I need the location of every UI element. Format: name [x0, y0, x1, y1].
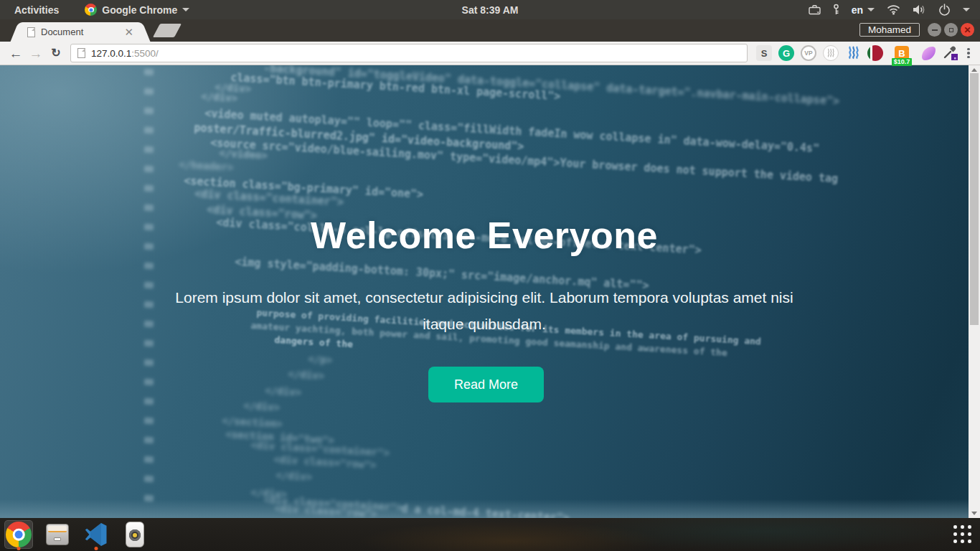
app-menu[interactable]: Google Chrome	[85, 4, 189, 16]
brush-extension-icon[interactable]	[920, 45, 936, 61]
page-icon	[77, 48, 85, 58]
app-menu-label: Google Chrome	[102, 4, 177, 16]
steem-extension-icon[interactable]	[845, 45, 861, 61]
page-scrollbar[interactable]	[969, 65, 980, 518]
system-top-bar: Activities Google Chrome Sat 8:39 AM en	[0, 0, 980, 19]
waves-extension-icon[interactable]	[823, 45, 839, 61]
keyboard-layout-label: en	[852, 4, 863, 16]
camera-app-icon	[126, 522, 144, 547]
dock-item-vs-code[interactable]	[82, 520, 110, 549]
back-button[interactable]: ←	[6, 47, 26, 60]
power-icon[interactable]	[938, 4, 951, 16]
new-tab-button[interactable]	[153, 24, 182, 37]
grammarly-extension-icon[interactable]: G	[778, 45, 794, 61]
dock-item-file-manager[interactable]	[43, 520, 72, 549]
extensions-row: S G VP B $10.7	[756, 40, 958, 66]
bitcoin-ticker-extension[interactable]: B $10.7	[890, 46, 914, 66]
page-heading: Welcome Everyone	[0, 214, 969, 257]
s-extension-icon[interactable]: S	[756, 45, 772, 61]
window-controls: ✕	[928, 23, 974, 37]
vs-code-icon	[84, 522, 108, 547]
url-port-path: :5500/	[131, 48, 159, 59]
tab-document[interactable]: Document ✕	[20, 22, 141, 42]
chevron-down-icon[interactable]	[963, 8, 970, 11]
browser-toolbar: ← → ↻ 127.0.0.1:5500/ S G VP B $10.7	[0, 42, 980, 65]
vp-extension-icon[interactable]: VP	[801, 45, 816, 61]
show-applications-button[interactable]	[953, 525, 971, 543]
chrome-icon	[85, 4, 97, 16]
tab-close-icon[interactable]: ✕	[123, 25, 135, 39]
key-icon[interactable]	[833, 4, 839, 16]
dock-item-camera-app[interactable]	[121, 520, 149, 549]
activities-button[interactable]: Activities	[9, 4, 65, 16]
rounds-extension-icon[interactable]	[867, 45, 883, 61]
minimize-button[interactable]	[928, 23, 941, 37]
wifi-icon[interactable]	[887, 4, 900, 15]
keyboard-layout-menu[interactable]: en	[852, 4, 875, 16]
running-indicator	[17, 547, 21, 550]
url-host: 127.0.0.1	[91, 48, 131, 59]
chrome-icon	[6, 522, 32, 547]
dock-item-google-chrome[interactable]	[4, 520, 33, 549]
tab-title: Document	[41, 27, 123, 37]
chevron-down-icon	[182, 8, 189, 11]
volume-icon[interactable]	[913, 4, 926, 15]
bitcoin-price-badge: $10.7	[892, 58, 913, 66]
dock-panel	[0, 518, 980, 551]
close-button[interactable]: ✕	[961, 23, 974, 37]
scroll-down-arrow[interactable]	[969, 509, 980, 518]
read-more-button[interactable]: Read More	[428, 367, 544, 402]
page-paragraph: Lorem ipsum dolor sit amet, consectetur …	[161, 284, 807, 337]
file-manager-icon	[46, 524, 69, 545]
running-indicator	[95, 547, 98, 550]
chevron-down-icon	[867, 8, 875, 11]
web-page: -background" id="toggleVideo" data-toggl…	[0, 65, 980, 518]
reload-button[interactable]: ↻	[46, 47, 66, 59]
profile-badge[interactable]: Mohamed	[859, 23, 920, 37]
briefcase-icon[interactable]	[809, 4, 821, 15]
scrollbar-thumb[interactable]	[970, 73, 979, 325]
color-picker-extension-icon[interactable]	[943, 45, 958, 61]
browser-menu-icon[interactable]	[967, 48, 970, 59]
address-bar[interactable]: 127.0.0.1:5500/	[70, 44, 748, 62]
tab-strip: Document ✕ Mohamed ✕	[0, 19, 980, 42]
forward-button[interactable]: →	[26, 47, 46, 60]
page-icon	[27, 27, 35, 37]
maximize-button[interactable]	[944, 23, 958, 37]
